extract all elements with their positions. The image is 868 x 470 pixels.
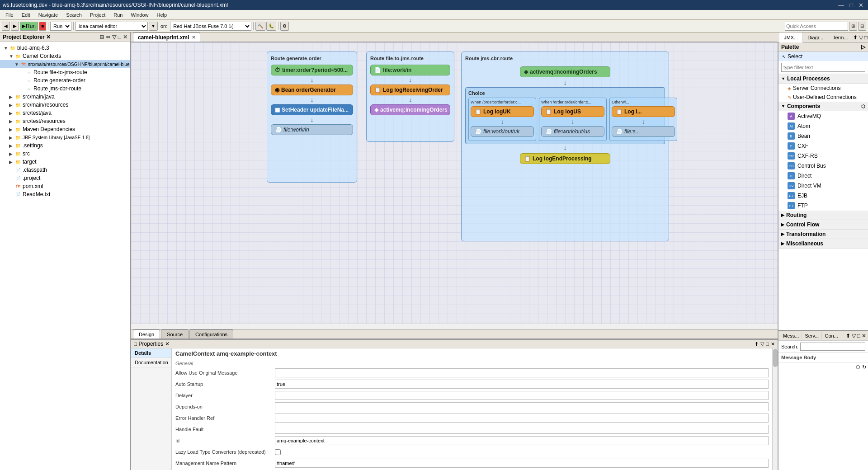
palette-search-input[interactable] <box>781 63 865 72</box>
props-input-depends-on[interactable] <box>275 402 769 411</box>
node-log-us[interactable]: 📋 Log logUS <box>541 106 604 117</box>
props-input-handle-fault[interactable] <box>275 425 769 434</box>
menu-edit[interactable]: Edit <box>18 11 34 19</box>
props-input-id[interactable] <box>275 436 769 445</box>
tree-arrow[interactable]: ▶ <box>9 127 14 132</box>
msg-tab-con[interactable]: Con... <box>822 332 840 339</box>
diagram-hscroll[interactable] <box>131 324 778 329</box>
node-log-uk[interactable]: 📋 Log logUK <box>471 106 534 117</box>
msg-search-input[interactable] <box>800 343 865 351</box>
palette-select-item[interactable]: ↖ Select <box>778 52 868 61</box>
tree-item-settings[interactable]: ▶ 📁 .settings <box>0 141 130 150</box>
toolbar-layout-btn[interactable]: ⊟ <box>858 22 866 31</box>
palette-item-server-connections[interactable]: ◈ Server Connections <box>778 84 868 93</box>
palette-item-ftp[interactable]: FT FTP <box>778 201 868 211</box>
node-log-end[interactable]: 📋 Log logEndProcessing <box>520 153 610 164</box>
editor-select[interactable]: idea-camel-editor <box>75 22 148 31</box>
palette-item-user-defined[interactable]: ✎ User-Defined Connections <box>778 93 868 102</box>
msg-icon-3[interactable]: □ <box>857 333 860 339</box>
palette-item-atom[interactable]: At Atom <box>778 121 868 131</box>
props-panel-icon-1[interactable]: ⬆ <box>755 341 759 347</box>
palette-item-ejb[interactable]: EJ EJB <box>778 191 868 201</box>
palette-item-direct-vm[interactable]: DV Direct VM <box>778 181 868 191</box>
msg-action-icon-1[interactable]: ⬡ <box>856 364 860 370</box>
toolbar-forward-btn[interactable]: ▶ <box>11 22 19 31</box>
tree-item-route-file[interactable]: ↔ Route file-to-jms-route <box>0 68 130 76</box>
toolbar-back-btn[interactable]: ◀ <box>2 22 10 31</box>
menu-project[interactable]: Project <box>86 11 109 19</box>
msg-icon-2[interactable]: ▽ <box>852 333 856 339</box>
tree-arrow[interactable]: ▼ <box>4 46 9 51</box>
tab-camel-blueprint[interactable]: camel-blueprint.xml ✕ <box>133 33 200 42</box>
editor-config-btn[interactable]: ▼ <box>149 22 158 31</box>
tree-item-project-file[interactable]: 📄 .project <box>0 174 130 182</box>
tab-configurations[interactable]: Configurations <box>189 329 233 338</box>
tree-item-classpath[interactable]: 📄 .classpath <box>0 166 130 174</box>
menu-navigate[interactable]: Navigate <box>35 11 61 19</box>
close-btn[interactable]: ✕ <box>857 2 865 9</box>
tree-item-blueprint[interactable]: ▼ 🗺 src/main/resources/OSGI-INF/blueprin… <box>0 60 130 68</box>
node-file-in[interactable]: 📄 file:work/in <box>370 65 450 75</box>
tree-item-readme[interactable]: 📄 ReadMe.txt <box>0 190 130 198</box>
menu-window[interactable]: Window <box>127 11 152 19</box>
toolbar-debug-btn[interactable]: 🐛 <box>266 22 276 31</box>
components-expand-icon[interactable]: ⬡ <box>861 104 865 109</box>
tree-item-route-generate[interactable]: ↔ Route generate-order <box>0 76 130 85</box>
msg-icon-1[interactable]: ⬆ <box>846 333 850 339</box>
tree-item-src-test-resources[interactable]: ▶ 📁 src/test/resources <box>0 117 130 125</box>
tree-item-src-main-java[interactable]: ▶ 📁 src/main/java <box>0 93 130 101</box>
tree-item-src[interactable]: ▶ 📁 src <box>0 150 130 158</box>
tree-arrow[interactable]: ▶ <box>9 94 14 99</box>
tree-arrow[interactable]: ▼ <box>14 62 20 67</box>
palette-section-miscellaneous[interactable]: Miscellaneous <box>778 239 868 249</box>
toolbar-stop-btn[interactable]: ■ <box>39 22 46 31</box>
node-log-other[interactable]: 📋 Log l... <box>612 106 675 117</box>
toolbar-run-btn[interactable]: ▶ Run <box>20 22 38 31</box>
node-file-us[interactable]: 📄 file:work/out/us <box>541 126 604 137</box>
menu-search[interactable]: Search <box>62 11 85 19</box>
tree-arrow[interactable]: ▶ <box>9 111 14 116</box>
panel-menu-icon[interactable]: ▽ <box>112 34 116 40</box>
node-activemq-in[interactable]: ◈ activemq:incomingOrders <box>370 104 450 115</box>
props-scroll-thumb[interactable] <box>773 349 778 367</box>
node-file-uk[interactable]: 📄 file:work/out/uk <box>471 126 534 137</box>
palette-section-local-processes[interactable]: Local Processes <box>778 74 868 84</box>
tree-item-src-main-resources[interactable]: ▶ 📁 src/main/resources <box>0 101 130 109</box>
tree-item-pom[interactable]: 🗺 pom.xml <box>0 182 130 190</box>
msg-action-icon-2[interactable]: ↻ <box>862 364 866 370</box>
msg-tab-serv[interactable]: Serv... <box>802 332 822 339</box>
tree-item-src-test-java[interactable]: ▶ 📁 src/test/java <box>0 109 130 117</box>
props-input-error-handler[interactable] <box>275 414 769 423</box>
props-input-delayer[interactable] <box>275 391 769 400</box>
jmx-icon-1[interactable]: ⬆ <box>853 34 858 41</box>
node-timer[interactable]: ⏱ timer:order?period=500... <box>271 65 353 75</box>
props-input-mgmt-name[interactable] <box>275 459 769 468</box>
menu-file[interactable]: File <box>2 11 17 19</box>
palette-menu-icon[interactable]: ▷ <box>861 44 865 50</box>
panel-max-icon[interactable]: □ <box>118 34 121 40</box>
tree-item-route-jms[interactable]: ↔ Route jms-cbr-route <box>0 85 130 93</box>
tab-source[interactable]: Source <box>161 329 189 338</box>
props-panel-max[interactable]: □ <box>766 341 769 347</box>
jmx-icon-3[interactable]: □ <box>864 34 868 41</box>
palette-section-transformation[interactable]: Transformation <box>778 230 868 239</box>
jmx-icon-2[interactable]: ▽ <box>859 34 863 41</box>
props-tab-documentation[interactable]: Documentation <box>131 358 171 367</box>
node-file-other[interactable]: 📄 file:s... <box>612 126 675 137</box>
tree-arrow[interactable]: ▶ <box>9 143 14 148</box>
palette-item-activemq[interactable]: A ActiveMQ <box>778 111 868 121</box>
node-log-receiving[interactable]: 📋 Log logReceivingOrder <box>370 85 450 95</box>
toolbar-more-btn[interactable]: ⚙ <box>280 22 289 31</box>
palette-item-control-bus[interactable]: CB Control Bus <box>778 161 868 171</box>
tree-item-project[interactable]: ▼ 📁 blue-amq-6.3 <box>0 44 130 52</box>
node-setheader[interactable]: ▦ SetHeader updateFileNa... <box>271 104 353 115</box>
tree-arrow[interactable]: ▶ <box>9 160 14 164</box>
props-input-auto-startup[interactable] <box>275 380 769 389</box>
node-activemq-top[interactable]: ◈ activemq:incomingOrders <box>520 66 610 77</box>
props-tab-details[interactable]: Details <box>131 348 171 358</box>
palette-item-direct[interactable]: D Direct <box>778 171 868 181</box>
tree-arrow[interactable]: ▶ <box>9 135 14 140</box>
maximize-btn[interactable]: □ <box>848 2 855 9</box>
menu-help[interactable]: Help <box>153 11 171 19</box>
toolbar-build-btn[interactable]: 🔨 <box>255 22 265 31</box>
